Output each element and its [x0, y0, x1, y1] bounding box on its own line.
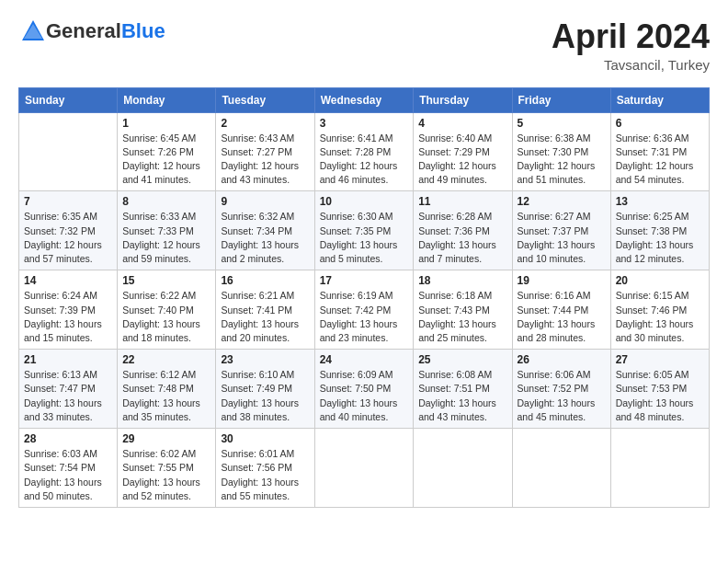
calendar-week-row: 7Sunrise: 6:35 AMSunset: 7:32 PMDaylight… [19, 191, 710, 270]
calendar-day-cell: 17Sunrise: 6:19 AMSunset: 7:42 PMDayligh… [314, 270, 414, 350]
page-header: GeneralBlue April 2024 Tavsancil, Turkey [18, 18, 710, 73]
day-info: Sunrise: 6:10 AMSunset: 7:49 PMDaylight:… [221, 368, 309, 424]
day-info: Sunrise: 6:36 AMSunset: 7:31 PMDaylight:… [616, 132, 704, 188]
weekday-header: Wednesday [314, 87, 414, 112]
day-info: Sunrise: 6:33 AMSunset: 7:33 PMDaylight:… [122, 210, 210, 266]
calendar-day-cell: 27Sunrise: 6:05 AMSunset: 7:53 PMDayligh… [610, 350, 709, 429]
month-year-title: April 2024 [552, 18, 710, 55]
weekday-header: Sunday [19, 87, 118, 112]
calendar-header-row: SundayMondayTuesdayWednesdayThursdayFrid… [19, 87, 710, 112]
calendar-day-cell: 19Sunrise: 6:16 AMSunset: 7:44 PMDayligh… [512, 270, 610, 350]
weekday-header: Monday [118, 87, 216, 112]
day-info: Sunrise: 6:15 AMSunset: 7:46 PMDaylight:… [616, 289, 704, 345]
calendar-day-cell: 20Sunrise: 6:15 AMSunset: 7:46 PMDayligh… [610, 270, 709, 350]
day-number: 20 [616, 274, 704, 287]
day-number: 29 [122, 432, 210, 445]
day-info: Sunrise: 6:43 AMSunset: 7:27 PMDaylight:… [221, 132, 309, 188]
calendar-day-cell: 12Sunrise: 6:27 AMSunset: 7:37 PMDayligh… [512, 191, 610, 270]
day-number: 2 [221, 117, 309, 130]
calendar-day-cell: 6Sunrise: 6:36 AMSunset: 7:31 PMDaylight… [610, 112, 709, 191]
calendar-day-cell: 13Sunrise: 6:25 AMSunset: 7:38 PMDayligh… [610, 191, 709, 270]
day-number: 25 [418, 353, 506, 366]
day-number: 13 [616, 195, 704, 208]
day-number: 3 [320, 117, 409, 130]
weekday-header: Saturday [610, 87, 709, 112]
day-number: 30 [221, 432, 309, 445]
day-info: Sunrise: 6:22 AMSunset: 7:40 PMDaylight:… [122, 289, 210, 345]
calendar-day-cell: 15Sunrise: 6:22 AMSunset: 7:40 PMDayligh… [118, 270, 216, 350]
calendar-week-row: 14Sunrise: 6:24 AMSunset: 7:39 PMDayligh… [19, 270, 710, 350]
calendar-day-cell: 14Sunrise: 6:24 AMSunset: 7:39 PMDayligh… [19, 270, 118, 350]
day-number: 6 [616, 117, 704, 130]
day-info: Sunrise: 6:28 AMSunset: 7:36 PMDaylight:… [418, 210, 506, 266]
day-info: Sunrise: 6:09 AMSunset: 7:50 PMDaylight:… [320, 368, 409, 424]
day-info: Sunrise: 6:03 AMSunset: 7:54 PMDaylight:… [24, 447, 112, 503]
day-info: Sunrise: 6:40 AMSunset: 7:29 PMDaylight:… [418, 132, 506, 188]
day-number: 10 [320, 195, 409, 208]
day-number: 17 [320, 274, 409, 287]
calendar-week-row: 28Sunrise: 6:03 AMSunset: 7:54 PMDayligh… [19, 429, 710, 508]
day-number: 27 [616, 353, 704, 366]
calendar-day-cell: 1Sunrise: 6:45 AMSunset: 7:26 PMDaylight… [118, 112, 216, 191]
day-number: 26 [518, 353, 606, 366]
calendar-table: SundayMondayTuesdayWednesdayThursdayFrid… [18, 87, 710, 508]
day-info: Sunrise: 6:02 AMSunset: 7:55 PMDaylight:… [122, 447, 210, 503]
calendar-day-cell: 29Sunrise: 6:02 AMSunset: 7:55 PMDayligh… [118, 429, 216, 508]
calendar-day-cell: 11Sunrise: 6:28 AMSunset: 7:36 PMDayligh… [414, 191, 512, 270]
weekday-header: Thursday [414, 87, 512, 112]
logo: GeneralBlue [18, 18, 165, 44]
title-block: April 2024 Tavsancil, Turkey [552, 18, 710, 73]
day-info: Sunrise: 6:25 AMSunset: 7:38 PMDaylight:… [616, 210, 704, 266]
day-info: Sunrise: 6:01 AMSunset: 7:56 PMDaylight:… [221, 447, 309, 503]
day-number: 8 [122, 195, 210, 208]
calendar-day-cell [610, 429, 709, 508]
calendar-day-cell: 3Sunrise: 6:41 AMSunset: 7:28 PMDaylight… [314, 112, 414, 191]
day-info: Sunrise: 6:16 AMSunset: 7:44 PMDaylight:… [518, 289, 606, 345]
day-info: Sunrise: 6:19 AMSunset: 7:42 PMDaylight:… [320, 289, 409, 345]
calendar-day-cell [512, 429, 610, 508]
logo-general: General [46, 19, 121, 42]
calendar-day-cell: 10Sunrise: 6:30 AMSunset: 7:35 PMDayligh… [314, 191, 414, 270]
calendar-day-cell: 30Sunrise: 6:01 AMSunset: 7:56 PMDayligh… [216, 429, 314, 508]
calendar-day-cell: 9Sunrise: 6:32 AMSunset: 7:34 PMDaylight… [216, 191, 314, 270]
calendar-day-cell: 22Sunrise: 6:12 AMSunset: 7:48 PMDayligh… [118, 350, 216, 429]
day-number: 18 [418, 274, 506, 287]
day-info: Sunrise: 6:41 AMSunset: 7:28 PMDaylight:… [320, 132, 409, 188]
day-number: 24 [320, 353, 409, 366]
day-number: 11 [418, 195, 506, 208]
day-info: Sunrise: 6:32 AMSunset: 7:34 PMDaylight:… [221, 210, 309, 266]
calendar-day-cell: 18Sunrise: 6:18 AMSunset: 7:43 PMDayligh… [414, 270, 512, 350]
day-number: 15 [122, 274, 210, 287]
calendar-day-cell: 23Sunrise: 6:10 AMSunset: 7:49 PMDayligh… [216, 350, 314, 429]
day-info: Sunrise: 6:35 AMSunset: 7:32 PMDaylight:… [24, 210, 112, 266]
day-info: Sunrise: 6:21 AMSunset: 7:41 PMDaylight:… [221, 289, 309, 345]
day-info: Sunrise: 6:24 AMSunset: 7:39 PMDaylight:… [24, 289, 112, 345]
day-number: 12 [518, 195, 606, 208]
calendar-day-cell: 4Sunrise: 6:40 AMSunset: 7:29 PMDaylight… [414, 112, 512, 191]
day-number: 21 [24, 353, 112, 366]
day-number: 16 [221, 274, 309, 287]
calendar-day-cell: 8Sunrise: 6:33 AMSunset: 7:33 PMDaylight… [118, 191, 216, 270]
calendar-day-cell [314, 429, 414, 508]
day-info: Sunrise: 6:45 AMSunset: 7:26 PMDaylight:… [122, 132, 210, 188]
calendar-week-row: 1Sunrise: 6:45 AMSunset: 7:26 PMDaylight… [19, 112, 710, 191]
calendar-day-cell: 7Sunrise: 6:35 AMSunset: 7:32 PMDaylight… [19, 191, 118, 270]
calendar-day-cell: 28Sunrise: 6:03 AMSunset: 7:54 PMDayligh… [19, 429, 118, 508]
calendar-day-cell: 2Sunrise: 6:43 AMSunset: 7:27 PMDaylight… [216, 112, 314, 191]
day-info: Sunrise: 6:30 AMSunset: 7:35 PMDaylight:… [320, 210, 409, 266]
calendar-day-cell: 24Sunrise: 6:09 AMSunset: 7:50 PMDayligh… [314, 350, 414, 429]
calendar-day-cell: 25Sunrise: 6:08 AMSunset: 7:51 PMDayligh… [414, 350, 512, 429]
day-number: 5 [518, 117, 606, 130]
day-info: Sunrise: 6:05 AMSunset: 7:53 PMDaylight:… [616, 368, 704, 424]
day-info: Sunrise: 6:12 AMSunset: 7:48 PMDaylight:… [122, 368, 210, 424]
calendar-day-cell: 21Sunrise: 6:13 AMSunset: 7:47 PMDayligh… [19, 350, 118, 429]
day-info: Sunrise: 6:06 AMSunset: 7:52 PMDaylight:… [518, 368, 606, 424]
weekday-header: Tuesday [216, 87, 314, 112]
day-info: Sunrise: 6:08 AMSunset: 7:51 PMDaylight:… [418, 368, 506, 424]
calendar-day-cell [19, 112, 118, 191]
calendar-day-cell [414, 429, 512, 508]
day-number: 22 [122, 353, 210, 366]
location-subtitle: Tavsancil, Turkey [552, 57, 710, 73]
day-number: 9 [221, 195, 309, 208]
weekday-header: Friday [512, 87, 610, 112]
